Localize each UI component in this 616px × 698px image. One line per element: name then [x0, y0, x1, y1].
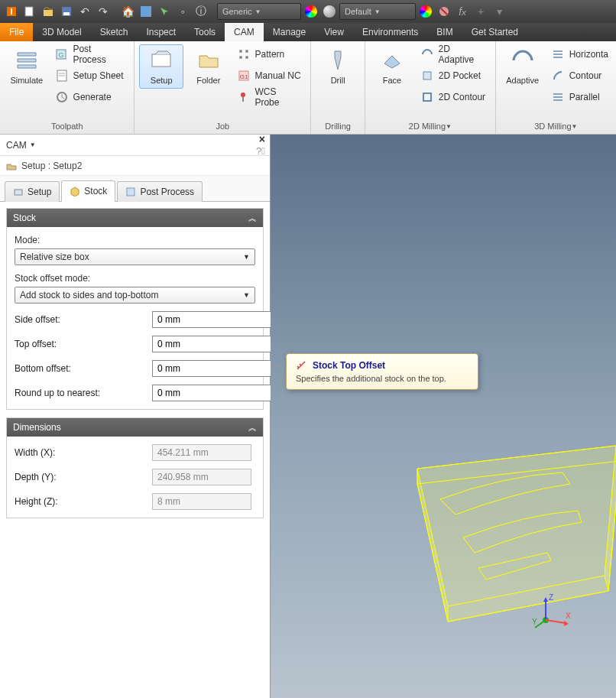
setup-sheet-icon [55, 69, 69, 83]
property-panel: CAM ▼ × ?⃝ Setup : Setup2 Setup Stock Po… [0, 135, 271, 698]
plus-icon[interactable]: + [472, 3, 489, 20]
wcs-probe-button[interactable]: WCS Probe [234, 87, 306, 107]
chevron-down-icon[interactable]: ▼ [30, 141, 36, 148]
2d-pocket-button[interactable]: 2D Pocket [417, 66, 491, 86]
parallel-icon [551, 90, 565, 104]
post-tab-icon [125, 187, 136, 197]
tab-environments[interactable]: Environments [353, 23, 427, 41]
top-offset-input[interactable]: ▲▼ [152, 336, 251, 352]
save-icon[interactable] [58, 3, 75, 20]
group-label-2d-milling[interactable]: 2D Milling ▼ [370, 118, 491, 134]
setup-button[interactable]: Setup [139, 44, 183, 89]
help-icon[interactable]: ?⃝ [256, 145, 265, 157]
svg-text:G1: G1 [239, 73, 248, 80]
tab-view[interactable]: View [315, 23, 353, 41]
breadcrumb: Setup : Setup2 [0, 156, 270, 176]
app-icon[interactable]: I [3, 3, 20, 20]
axis-gizmo[interactable]: Z X Y [532, 591, 570, 629]
material-color-icon[interactable] [303, 3, 319, 20]
face-button[interactable]: Face [370, 44, 414, 89]
adaptive-button[interactable]: Adaptive [501, 44, 545, 89]
tab-inspect[interactable]: Inspect [137, 23, 185, 41]
appearance-dropdown[interactable]: Default▼ [339, 3, 416, 20]
material-dropdown[interactable]: Generic▼ [217, 3, 301, 20]
svg-point-21 [241, 93, 245, 97]
post-process-button[interactable]: GPost Process [52, 44, 130, 64]
drill-button[interactable]: Drill [316, 44, 360, 89]
tab-get-started[interactable]: Get Started [462, 23, 527, 41]
tab-manage[interactable]: Manage [264, 23, 315, 41]
face-icon [380, 48, 404, 73]
simulate-icon [15, 48, 39, 73]
overflow-icon[interactable]: ▾ [491, 3, 507, 20]
svg-rect-22 [242, 97, 244, 102]
home-icon[interactable]: 🏠 [119, 3, 136, 20]
link-icon[interactable]: ◦ [174, 3, 191, 20]
svg-rect-26 [127, 188, 135, 196]
close-icon[interactable]: × [259, 133, 265, 145]
bottom-offset-input[interactable]: ▲▼ [152, 360, 251, 377]
manual-nc-label: Manual NC [255, 70, 301, 81]
axis-y-label: Y [532, 618, 537, 626]
appearance-adjust-icon[interactable] [417, 3, 434, 20]
group-label-3d-milling[interactable]: 3D Milling ▼ [501, 118, 611, 134]
tab-tools[interactable]: Tools [185, 23, 225, 41]
tab-bim[interactable]: BIM [427, 23, 462, 41]
setup-label: Setup [151, 76, 173, 85]
generate-button[interactable]: Generate [52, 87, 130, 107]
contour-button[interactable]: Contour [548, 66, 611, 86]
face-label: Face [383, 76, 401, 85]
svg-point-15 [239, 50, 242, 53]
subtab-stock[interactable]: Stock [61, 180, 115, 202]
offset-mode-label: Stock offset mode: [15, 273, 255, 284]
2d-adaptive-button[interactable]: 2D Adaptive [417, 44, 491, 64]
team-icon[interactable] [138, 3, 154, 20]
svg-text:G: G [59, 51, 64, 59]
round-input[interactable]: ▲▼ [152, 385, 251, 401]
open-icon[interactable] [40, 3, 57, 20]
parallel-button[interactable]: Parallel [548, 87, 611, 107]
viewport[interactable]: Stock Top Offset Specifies the additiona… [271, 135, 616, 698]
folder-button[interactable]: Folder [186, 44, 231, 89]
folder-label: Folder [196, 76, 220, 85]
appearance-clear-icon[interactable] [436, 3, 452, 20]
material-value: Generic [222, 7, 252, 16]
undo-icon[interactable]: ↶ [76, 3, 93, 20]
side-offset-input[interactable]: ▲▼ [152, 311, 251, 328]
svg-rect-25 [15, 190, 22, 195]
2d-adaptive-icon [420, 47, 434, 61]
adaptive-label: Adaptive [506, 76, 539, 85]
stock-wireframe [410, 438, 616, 652]
2d-contour-button[interactable]: 2D Contour [417, 87, 491, 107]
svg-rect-2 [25, 7, 33, 16]
fx-icon[interactable]: fx [454, 3, 471, 20]
mode-select[interactable]: Relative size box▼ [15, 248, 255, 265]
group-label-drilling: Drilling [316, 118, 360, 134]
depth-value: 240.958 mm [152, 469, 251, 485]
offset-mode-select[interactable]: Add stock to sides and top-bottom▼ [15, 287, 255, 304]
redo-icon[interactable]: ↷ [95, 3, 112, 20]
group-label-job: Job [139, 118, 306, 134]
svg-rect-14 [152, 54, 170, 67]
simulate-button[interactable]: Simulate [5, 44, 49, 89]
pattern-button[interactable]: Pattern [234, 44, 306, 64]
drill-icon [326, 48, 350, 73]
subtab-post-process[interactable]: Post Process [117, 181, 203, 202]
setup-sheet-button[interactable]: Setup Sheet [52, 66, 130, 86]
select-icon[interactable] [156, 3, 173, 20]
tab-sketch[interactable]: Sketch [91, 23, 138, 41]
tab-file[interactable]: File [0, 23, 33, 41]
section-header-stock[interactable]: Stock︽ [7, 209, 263, 227]
section-dimensions: Dimensions︽ Width (X): 454.211 mm Depth … [6, 417, 264, 518]
section-header-dimensions[interactable]: Dimensions︽ [7, 418, 263, 437]
new-icon[interactable] [21, 3, 38, 20]
horizontal-button[interactable]: Horizonta [548, 44, 611, 64]
svg-text:I: I [10, 7, 12, 16]
chevron-down-icon: ▼ [243, 291, 250, 299]
info-icon[interactable]: ⓘ [193, 3, 209, 20]
tab-3d-model[interactable]: 3D Model [33, 23, 90, 41]
manual-nc-button[interactable]: G1Manual NC [234, 66, 306, 86]
svg-point-18 [245, 56, 248, 59]
tab-cam[interactable]: CAM [225, 23, 264, 41]
subtab-setup[interactable]: Setup [5, 181, 60, 202]
